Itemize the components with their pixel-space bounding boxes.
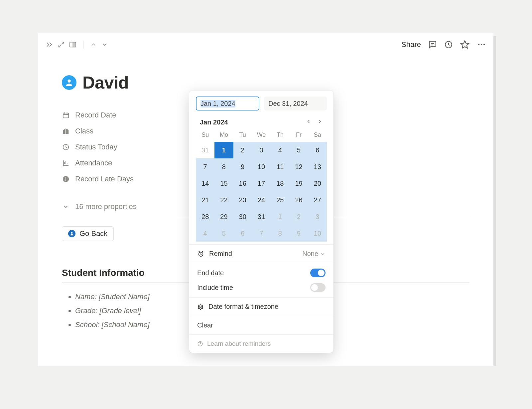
calendar-day[interactable]: 11 <box>271 158 289 175</box>
date-format-label: Date format & timezone <box>208 303 278 310</box>
calendar-day[interactable]: 4 <box>196 225 214 242</box>
remind-row[interactable]: Remind None <box>189 244 333 263</box>
person-icon <box>68 230 75 237</box>
svg-point-13 <box>71 232 73 234</box>
calendar-day[interactable]: 18 <box>271 175 289 192</box>
calendar-day[interactable]: 21 <box>196 192 214 208</box>
calendar-day[interactable]: 27 <box>308 192 327 208</box>
property-label: Status Today <box>75 143 117 151</box>
go-back-label: Go Back <box>79 229 107 238</box>
calendar-day[interactable]: 7 <box>252 225 271 242</box>
svg-point-15 <box>200 306 201 307</box>
calendar-grid: SuMoTuWeThFrSa31123456789101112131415161… <box>189 129 333 244</box>
end-date-toggle[interactable] <box>310 269 326 277</box>
calendar-icon <box>62 111 70 119</box>
prev-month-button[interactable] <box>303 117 314 127</box>
gear-icon <box>197 304 204 310</box>
calendar-day[interactable]: 19 <box>289 175 308 192</box>
date-picker-popover: Jan 1, 2024 Dec 31, 2024 Jan 2024 SuMoTu… <box>189 91 333 353</box>
calendar-day[interactable]: 30 <box>233 208 252 225</box>
calendar-day[interactable]: 10 <box>252 158 271 175</box>
next-month-button[interactable] <box>314 117 326 127</box>
open-full-icon[interactable] <box>58 41 65 48</box>
next-page-icon[interactable] <box>101 41 108 48</box>
updates-icon[interactable] <box>444 40 453 49</box>
calendar-day-header: Fr <box>289 129 308 142</box>
calendar-day[interactable]: 15 <box>214 175 233 192</box>
app-window: Share David Record DateClassStatus Today… <box>38 33 493 366</box>
calendar-day[interactable]: 22 <box>214 192 233 208</box>
calendar-day[interactable]: 5 <box>214 225 233 242</box>
calendar-day[interactable]: 28 <box>196 208 214 225</box>
calendar-day[interactable]: 1 <box>271 208 289 225</box>
end-date-input[interactable]: Dec 31, 2024 <box>264 97 327 110</box>
clear-row[interactable]: Clear <box>189 316 333 334</box>
calendar-day[interactable]: 12 <box>289 158 308 175</box>
go-back-button[interactable]: Go Back <box>62 226 114 241</box>
prev-page-icon[interactable] <box>90 41 97 48</box>
calendar-day[interactable]: 17 <box>252 175 271 192</box>
svg-point-4 <box>478 44 480 46</box>
calendar-day[interactable]: 6 <box>233 225 252 242</box>
calendar-day[interactable]: 14 <box>196 175 214 192</box>
calendar-day[interactable]: 3 <box>308 208 327 225</box>
calendar-day-header: Th <box>271 129 289 142</box>
alert-icon <box>62 175 70 183</box>
calendar-day[interactable]: 31 <box>252 208 271 225</box>
calendar-day[interactable]: 13 <box>308 158 327 175</box>
calendar-day[interactable]: 31 <box>196 142 214 158</box>
svg-rect-11 <box>66 177 66 180</box>
alarm-icon <box>197 250 204 258</box>
svg-rect-8 <box>63 113 69 118</box>
calendar-day[interactable]: 16 <box>233 175 252 192</box>
comments-icon[interactable] <box>428 40 437 49</box>
calendar-day[interactable]: 20 <box>308 175 327 192</box>
calendar-day[interactable]: 24 <box>252 192 271 208</box>
peek-mode-icon[interactable] <box>69 41 76 48</box>
calendar-day[interactable]: 26 <box>289 192 308 208</box>
learn-row[interactable]: Learn about reminders <box>189 334 333 353</box>
calendar-day-header: We <box>252 129 271 142</box>
calendar-day[interactable]: 5 <box>289 142 308 158</box>
clear-label: Clear <box>197 321 213 329</box>
remind-label: Remind <box>209 250 232 258</box>
calendar-day[interactable]: 2 <box>289 208 308 225</box>
svg-point-7 <box>67 80 70 83</box>
svg-rect-1 <box>73 42 76 47</box>
svg-point-6 <box>483 44 485 46</box>
calendar-day[interactable]: 10 <box>308 225 327 242</box>
calendar-day-header: Sa <box>308 129 327 142</box>
calendar-day[interactable]: 29 <box>214 208 233 225</box>
calendar-day[interactable]: 8 <box>271 225 289 242</box>
favorite-icon[interactable] <box>460 40 469 49</box>
svg-point-5 <box>481 44 482 46</box>
calendar-day[interactable]: 6 <box>308 142 327 158</box>
share-button[interactable]: Share <box>401 40 421 49</box>
calendar-day[interactable]: 2 <box>233 142 252 158</box>
page-title[interactable]: David <box>82 73 129 93</box>
calendar-day[interactable]: 7 <box>196 158 214 175</box>
date-format-row[interactable]: Date format & timezone <box>189 297 333 316</box>
property-label: Record Date <box>75 111 116 119</box>
start-date-input[interactable]: Jan 1, 2024 <box>196 97 259 110</box>
calendar-day[interactable]: 25 <box>271 192 289 208</box>
calendar-day[interactable]: 1 <box>214 142 233 158</box>
calendar-day[interactable]: 3 <box>252 142 271 158</box>
calendar-day-header: Mo <box>214 129 233 142</box>
building-icon <box>62 127 70 135</box>
expand-icon[interactable] <box>45 41 53 49</box>
calendar-day[interactable]: 4 <box>271 142 289 158</box>
svg-marker-3 <box>461 41 468 48</box>
include-time-toggle[interactable] <box>310 283 326 292</box>
page-icon-avatar[interactable] <box>62 75 76 90</box>
letterbox <box>0 366 532 409</box>
calendar-day[interactable]: 9 <box>289 225 308 242</box>
more-properties-label: 16 more properties <box>75 202 137 211</box>
calendar-day[interactable]: 8 <box>214 158 233 175</box>
more-icon[interactable] <box>477 40 486 49</box>
property-label: Attendance <box>75 159 112 167</box>
calendar-day[interactable]: 9 <box>233 158 252 175</box>
remind-value[interactable]: None <box>302 250 326 258</box>
calendar-day[interactable]: 23 <box>233 192 252 208</box>
chevron-down-icon <box>63 203 69 210</box>
